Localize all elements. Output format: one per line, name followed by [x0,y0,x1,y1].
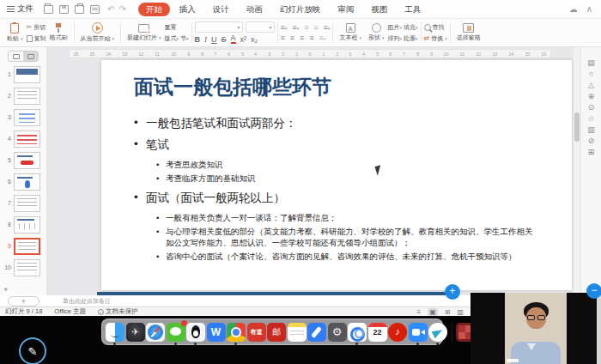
side-tool-icon[interactable]: ⊙ [588,104,595,112]
text-box-button[interactable]: A 文本框▾ [336,21,365,45]
tab-review[interactable]: 审阅 [330,3,361,16]
wps-office-icon[interactable]: W [207,323,226,342]
file-menu-button[interactable]: 文件 [7,3,33,15]
netease-music-icon[interactable]: ♪ [388,323,407,342]
underline-button[interactable]: U [211,35,217,44]
outline-view-icon[interactable] [9,52,23,61]
chrome-icon[interactable] [227,323,246,342]
zoom-app-icon[interactable] [409,323,428,342]
side-tool-icon[interactable]: ○ [589,70,593,78]
youdao-dict-icon[interactable]: 有道 [247,323,266,342]
subscript-button[interactable]: x₂ [251,35,258,44]
bold-button[interactable]: B [195,35,201,44]
slide-thumbnail-5[interactable]: 5 [0,149,46,171]
decrease-indent-button[interactable]: ≡ [304,23,308,32]
justify-button[interactable]: ≡ [309,33,313,42]
current-slide-canvas[interactable]: 面试一般包括哪些环节 一般包括笔试和面试两部分： 笔试 考查思政类知识 考查临床… [101,60,572,290]
view-mode-icon[interactable]: ▥ [457,308,464,316]
slide-thumbnail-2[interactable]: 2 [0,85,46,106]
webcam-video-window[interactable] [470,293,601,364]
tab-tools[interactable]: 工具 [397,3,428,16]
scrollbar-thumb[interactable] [574,112,580,142]
side-tool-icon[interactable]: ⊞ [588,149,595,156]
selection-pane-button[interactable]: 选择窗格 [453,21,484,45]
tab-design[interactable]: 设计 [205,3,237,16]
slide-view-icon[interactable] [23,52,38,61]
font-name-dropdown[interactable] [195,21,243,33]
paste-button[interactable]: 粘贴▾ [3,21,27,45]
picture-button[interactable]: 图片▾ [387,23,402,32]
print-icon[interactable] [75,5,84,14]
slide-title[interactable]: 面试一般包括哪些环节 [134,74,572,100]
section-button[interactable]: 节▾ [180,34,189,43]
side-tool-icon[interactable]: ⊘ [588,137,595,145]
meeting-expand-button[interactable]: + [445,284,460,300]
slide-thumbnail-10[interactable]: 10 [0,257,46,278]
notes-app-icon[interactable] [288,323,307,342]
mail-icon[interactable]: 邮 [267,323,286,342]
redo-icon[interactable]: ↷ [118,4,125,14]
side-tool-icon[interactable]: ☆ [587,115,594,123]
open-file-icon[interactable] [44,5,53,14]
annotate-pen-button[interactable]: ✎ [19,337,46,364]
increase-indent-button[interactable]: ≡ [313,23,318,32]
copy-button[interactable]: 复制 [27,34,46,43]
numbered-list-button[interactable]: ≡▾ [292,23,299,32]
system-preferences-icon[interactable]: ⚙ [328,323,347,342]
outline-button[interactable]: 轮廓▾ [404,34,418,43]
finder-icon[interactable] [106,323,124,342]
align-center-button[interactable]: ≡ [290,33,294,42]
align-left-button[interactable]: ≡ [281,33,285,42]
reset-button[interactable]: 重置 [165,23,189,32]
cloud-sync-icon[interactable]: ☁ [569,4,578,14]
play-from-current-button[interactable]: 从当前开始▾ [77,21,118,45]
cut-button[interactable]: ✂剪切 [27,23,46,32]
font-size-dropdown[interactable] [246,21,275,33]
print-preview-icon[interactable] [90,5,100,14]
panel-view-toggle[interactable] [8,51,39,62]
distribute-button[interactable]: ≡▾ [319,33,326,42]
slide-thumbnail-3[interactable]: 3 [0,106,46,128]
tab-insert[interactable]: 插入 [172,3,203,16]
slide-thumbnail-8[interactable]: 8 [0,214,46,235]
side-tool-icon[interactable]: ⊕ [588,93,595,100]
arrange-button[interactable]: 排列▾ [387,34,402,43]
view-mode-icon[interactable]: ⊞ [445,308,451,316]
format-painter-button[interactable]: 格式刷 [46,21,71,45]
side-tool-icon[interactable]: ▥ [587,126,595,134]
side-tool-icon[interactable]: ▤ [587,59,595,67]
slide-thumbnail-9[interactable]: 9 [0,235,46,257]
paper-plane-app-icon[interactable] [428,323,447,342]
video-minimize-button[interactable]: − [586,283,601,299]
tencent-meeting-icon[interactable] [348,323,367,342]
tab-slideshow[interactable]: 幻灯片放映 [272,3,329,16]
pen-app-icon[interactable] [307,323,326,342]
calendar-icon[interactable]: 22 [368,323,387,342]
font-color-button[interactable]: A [231,34,236,44]
vertical-scrollbar[interactable] [574,47,580,295]
strikethrough-button[interactable]: S [222,35,227,44]
replace-button[interactable]: ⇄替换▾ [424,34,447,43]
undo-icon[interactable]: ↶ [107,4,114,14]
document-protection-status[interactable]: ✓ 文档未保护 [98,307,138,316]
find-button[interactable]: 查找 [424,23,447,32]
view-mode-icon[interactable]: ≡ [417,308,422,316]
slide-thumbnail-1[interactable]: 1 [0,64,46,85]
tab-animation[interactable]: 动画 [239,3,270,16]
slide-thumbnail-4[interactable]: 4 [0,128,46,149]
launchpad-icon[interactable]: ✈ [126,323,145,342]
save-icon[interactable] [59,5,69,14]
add-slide-button[interactable]: + [8,296,39,306]
superscript-button[interactable]: x² [240,35,247,44]
qq-icon[interactable] [186,323,205,342]
side-tool-icon[interactable]: △ [588,82,594,89]
safari-icon[interactable] [146,323,165,342]
shapes-button[interactable]: 形状▾ [365,21,388,45]
tab-home[interactable]: 开始 [138,3,170,16]
line-spacing-button[interactable]: ≡▾ [324,23,331,32]
slide-thumbnail-7[interactable]: 7 [0,192,46,214]
tab-view[interactable]: 视图 [363,3,395,16]
view-mode-icon[interactable]: ▣ [428,308,438,316]
layout-button[interactable]: 版式▾ [165,34,179,43]
italic-button[interactable]: I [204,35,207,44]
